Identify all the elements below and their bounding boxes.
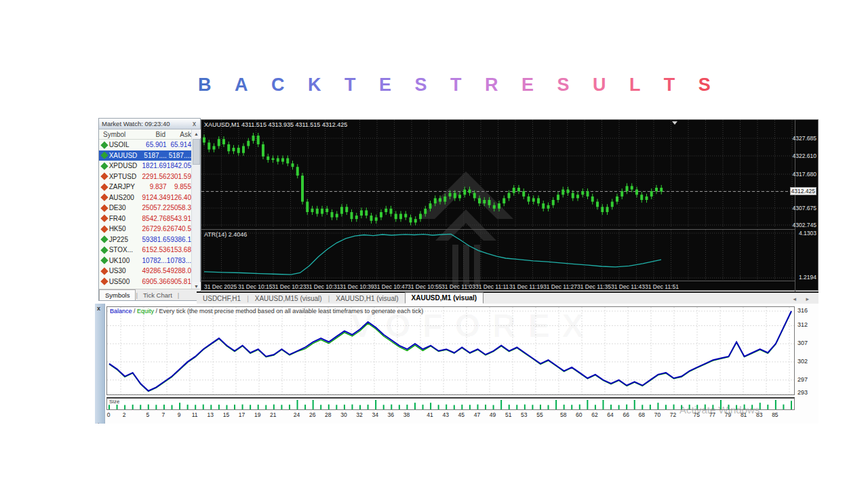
symbol-row[interactable]: DE3025057.225058.3 [99,203,191,214]
trade-number-label: 36 [388,411,394,418]
time-axis-label: 31 Dec 11:43 [611,283,645,290]
trade-number-label: 60 [576,411,582,418]
ask-value: 49288.0 [167,267,191,274]
symbol-row[interactable]: XAUUSD5187....5187.... [99,150,191,161]
trade-number-label: 24 [294,411,300,418]
bid-value: 6905.36 [140,278,167,285]
symbol-row[interactable]: ZARJPY9.8379.855 [99,182,191,192]
up-arrow-icon [100,152,108,159]
ask-value: 6153.68 [167,246,191,253]
chart-tab-bar: USDCHF,H1|XAUUSD,M15 (visual)|XAUUSD,H1 … [197,291,818,304]
symbol-name: UK100 [109,257,140,264]
symbol-row[interactable]: AUS2009124.349126.40 [99,192,191,203]
market-watch-tab-tick-chart[interactable]: Tick Chart [138,290,178,300]
market-watch-scrollbar[interactable]: ▲ ▼ [191,129,200,291]
scroll-up-icon[interactable]: ▲ [192,129,201,138]
bid-value: 59381.6 [140,236,167,243]
price-axis-label: 4302.745 [793,222,816,228]
ask-value: 5187.... [167,152,191,159]
up-arrow-icon [100,257,108,264]
down-arrow-icon [100,204,108,211]
scrollbar-thumb[interactable] [193,139,200,165]
trade-number-label: 21 [270,411,276,418]
symbol-row[interactable]: HK5026729.626740.5 [99,224,191,235]
down-arrow-icon [100,215,108,222]
up-arrow-icon [100,246,108,253]
chart-tab-xauusd-h1-visual-[interactable]: XAUUSD,H1 (visual) [330,293,404,304]
time-axis-label: 31 Dec 11:27 [543,283,577,290]
bid-value: 8542.76 [140,215,167,222]
candlestick-pane[interactable]: XAUUSD,M1 4311.515 4313.935 4311.515 431… [201,120,795,228]
symbol-name: XPDUSD [109,162,140,169]
trade-number-label: 70 [654,411,660,418]
balance-y-label: 307 [797,340,808,346]
up-arrow-icon [100,141,108,148]
bid-value: 9124.34 [140,194,167,201]
chart-tab-xauusd-m15-visual-[interactable]: XAUUSD,M15 (visual) [249,293,328,304]
time-axis: 31 Dec 202531 Dec 10:1531 Dec 10:2331 De… [201,281,795,291]
market-watch-tabs: Symbols|Tick Chart| [99,289,200,300]
time-axis-label: 31 Dec 11:35 [577,283,611,290]
symbol-row[interactable]: FR408542.768543.91 [99,214,191,224]
market-watch-tab-symbols[interactable]: Symbols [99,289,136,300]
balance-graph[interactable]: VOFOREX Balance / Equity / Every tick (t… [106,306,795,395]
time-axis-label: 31 Dec 11:51 [645,283,679,290]
title-letter: S [698,75,711,96]
balance-y-axis: 316312307302297293 [797,306,818,395]
price-chart-window[interactable]: XAUUSD,M1 4311.515 4313.935 4311.515 431… [201,119,818,291]
market-watch-titlebar: Market Watch: 09:23:40 x [99,119,200,129]
trade-number-label: 43 [442,411,448,418]
close-icon[interactable]: x [191,121,197,127]
title-letter: B [198,75,212,96]
symbol-name: US500 [109,278,140,285]
symbol-row[interactable]: UK10010782...10783... [99,256,191,266]
price-axis-label: 4327.685 [793,135,816,142]
trade-number-label: 28 [325,411,331,418]
trade-number-label: 38 [403,411,410,418]
symbol-row[interactable]: US3049286.549288.0 [99,266,191,277]
trade-number-label: 34 [372,411,378,418]
balance-y-label: 297 [797,376,808,383]
symbol-row[interactable]: US5006905.366905.81 [99,277,191,287]
down-arrow-icon [100,267,108,274]
chart-tab-xauusd-m1-visual-[interactable]: XAUUSD,M1 (visual) [405,292,484,304]
trade-number-label: 49 [490,411,496,418]
symbol-name: USOIL [109,141,140,148]
symbol-row[interactable]: STOX...6152.536153.68 [99,245,191,256]
price-axis-label: 4317.680 [793,171,816,178]
tab-scroll-arrows[interactable]: ◂ ▸ [793,296,818,304]
trade-number-label: 64 [607,411,613,418]
up-arrow-icon [100,162,108,169]
symbol-row[interactable]: JP22559381.659386.1 [99,235,191,245]
close-icon[interactable]: x [97,305,100,312]
up-arrow-icon [100,236,108,243]
trade-number-label: 51 [505,411,511,418]
ask-value: 2301.59 [167,173,191,180]
symbol-list: USOIL65.90165.914XAUUSD5187....5187....X… [99,140,191,287]
trade-number-label: 66 [623,411,629,418]
atr-indicator-pane[interactable]: ATR(14) 2.4046 [201,229,795,280]
time-axis-label: 31 Dec 10:15 [238,283,273,290]
bid-value: 65.901 [140,141,167,148]
down-arrow-icon [100,225,108,232]
title-letter: C [271,75,285,96]
title-letter: A [235,75,248,96]
time-axis-label: 31 Dec 10:23 [272,283,307,290]
symbol-row[interactable]: XPDUSD1821.691842.05 [99,161,191,171]
trade-number-label: 2 [123,411,126,418]
price-axis-label: 4307.675 [793,205,816,211]
balance-y-label: 293 [797,389,808,396]
symbol-name: HK50 [109,225,140,232]
title-letter: R [485,75,498,96]
time-axis-label: 31 Dec 10:55 [408,283,442,290]
trade-number-label: 17 [239,411,245,418]
symbol-row[interactable]: XPTUSD2291.562301.59 [99,171,191,182]
chart-tab-usdchf-h1[interactable]: USDCHF,H1 [197,293,247,304]
symbol-row[interactable]: USOIL65.90165.914 [99,140,191,150]
ask-value: 65.914 [167,141,191,148]
symbol-name: JP225 [109,236,140,243]
bid-value: 9.837 [140,183,167,190]
size-label: Size [109,399,120,405]
trade-number-label: 30 [340,411,347,418]
title-letter: E [379,75,391,96]
